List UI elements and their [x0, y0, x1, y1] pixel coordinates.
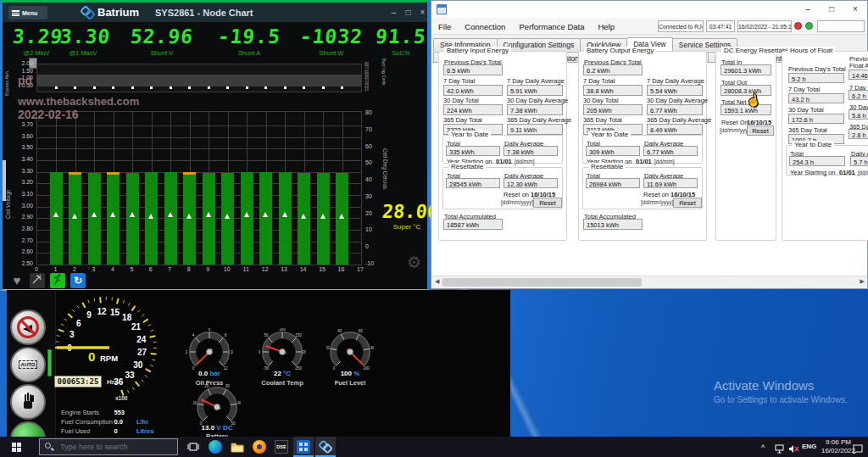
- field-value[interactable]: 5.91 kWh: [507, 85, 563, 96]
- tray-language[interactable]: ENG: [802, 443, 816, 450]
- gridline-h: [37, 172, 361, 173]
- field-value[interactable]: 43.2 h: [788, 93, 844, 103]
- svg-text:6: 6: [76, 319, 81, 328]
- field-value[interactable]: 6.2 h: [849, 90, 868, 100]
- y2-tick-label: -10: [365, 260, 381, 266]
- maximize-button[interactable]: □: [403, 7, 414, 18]
- node-signal-icon[interactable]: [30, 273, 45, 288]
- reset-button[interactable]: Reset: [747, 125, 774, 136]
- field-value[interactable]: 5.7 h: [850, 156, 868, 166]
- field-value[interactable]: 29601.3 kWh: [721, 64, 771, 75]
- dashboard-app-icon[interactable]: [297, 440, 310, 454]
- field-value[interactable]: 309 kWh: [586, 146, 640, 156]
- field-value[interactable]: 254.3 h: [789, 156, 845, 166]
- notification-center-icon[interactable]: [853, 442, 866, 455]
- menu-button[interactable]: Menu: [8, 6, 47, 20]
- edge-icon[interactable]: [209, 440, 222, 454]
- field-value[interactable]: 6.2 kWh: [583, 64, 643, 75]
- field-value[interactable]: 6.77 kWh: [643, 146, 698, 156]
- field-value[interactable]: 5.2 h: [788, 73, 844, 83]
- bypass-dot: [55, 86, 58, 89]
- field-value[interactable]: 335 kWh: [446, 146, 500, 156]
- horizontal-scrollbar[interactable]: ◀ ▶: [432, 276, 867, 287]
- field-value[interactable]: 26984 kWh: [586, 178, 640, 188]
- bypass-cap: [107, 172, 120, 175]
- heart-icon[interactable]: ♥: [9, 273, 25, 288]
- x-tick-label: 12: [260, 266, 270, 272]
- field-value[interactable]: 7.38 kWh: [507, 104, 563, 115]
- run-led-icon[interactable]: [805, 22, 813, 30]
- reset-button[interactable]: Reset: [533, 198, 562, 208]
- bypass-dot: [188, 86, 191, 89]
- field-value[interactable]: 7.38 kWh: [504, 146, 558, 156]
- field-label: 365 Day Daily Average: [647, 116, 711, 124]
- batrium-titlebar[interactable]: Menu Batrium SYS2861 - Node Chart – □ ×: [3, 3, 427, 22]
- y-tick-label: 3.30: [14, 168, 33, 174]
- close-button[interactable]: ×: [417, 7, 428, 18]
- field-value[interactable]: 12.30 kWh: [504, 178, 558, 188]
- cell-voltage-bar: [259, 172, 272, 265]
- menu-item[interactable]: Performance Data: [512, 19, 591, 31]
- firefox-icon[interactable]: [253, 440, 266, 454]
- batrium-taskbar-icon[interactable]: [319, 440, 332, 454]
- dse-minimize-button[interactable]: –: [796, 1, 820, 18]
- menu-item[interactable]: Connection: [458, 19, 512, 31]
- dse-titlebar[interactable]: – □ ×: [431, 1, 867, 18]
- field-value[interactable]: 11.69 kWh: [643, 178, 698, 188]
- sync-icon[interactable]: ↻: [70, 273, 86, 288]
- field-value[interactable]: 172.6 h: [788, 114, 844, 124]
- svg-text:10: 10: [230, 350, 233, 354]
- auto-mode-button[interactable]: AUTO: [10, 347, 46, 382]
- field-value[interactable]: 28545 kWh: [446, 178, 500, 188]
- field-value[interactable]: 6.77 kWh: [647, 104, 703, 115]
- x-tick-label: 15: [317, 266, 327, 272]
- gridline-h: [37, 148, 361, 149]
- menu-item[interactable]: File: [431, 19, 458, 31]
- field-value[interactable]: 224 kWh: [443, 104, 503, 115]
- network-icon[interactable]: [775, 442, 788, 455]
- y-tick-label: 3.50: [14, 144, 33, 150]
- task-view-icon[interactable]: [186, 440, 200, 454]
- svg-text:33: 33: [125, 371, 136, 380]
- stop-hand-button[interactable]: [10, 384, 46, 420]
- field-value[interactable]: 2.8 h: [849, 129, 868, 139]
- field-row: Previous Day's Total 5.2 h: [788, 65, 846, 86]
- search-input[interactable]: [39, 438, 178, 455]
- gear-icon[interactable]: ⚙: [407, 253, 421, 272]
- dse-maximize-button[interactable]: □: [820, 1, 843, 18]
- start-button[interactable]: [12, 443, 21, 452]
- dse-app-taskbar-icon[interactable]: DSE: [275, 440, 288, 454]
- field-value[interactable]: 42.0 kWh: [443, 85, 503, 96]
- svg-text:10: 10: [193, 401, 197, 405]
- cell-voltage-bar: [298, 173, 310, 265]
- scroll-right-icon[interactable]: ▶: [860, 278, 865, 285]
- menu-item[interactable]: Help: [591, 19, 621, 31]
- left-scroll-handle[interactable]: [3, 160, 6, 201]
- field-value[interactable]: 18587 kWh: [443, 219, 503, 230]
- cell-temp-marker: [263, 212, 268, 217]
- scrollbar-thumb[interactable]: [442, 278, 642, 287]
- minimize-button[interactable]: –: [388, 7, 399, 18]
- scroll-left-icon[interactable]: ◀: [435, 278, 439, 285]
- svg-text:150: 150: [295, 333, 302, 337]
- tray-chevron-icon[interactable]: ^: [761, 443, 765, 452]
- field-value[interactable]: 38.8 kWh: [583, 85, 643, 96]
- start-button[interactable]: [10, 421, 46, 437]
- field-value[interactable]: 9.11 kWh: [507, 124, 563, 135]
- field-value[interactable]: 14:46: [849, 70, 868, 80]
- reset-button[interactable]: Reset: [673, 198, 702, 208]
- field-value[interactable]: 5.54 kWh: [647, 85, 703, 96]
- field-value[interactable]: 6.5 kWh: [443, 64, 503, 75]
- horn-mute-button[interactable]: [10, 309, 46, 345]
- stop-led-icon[interactable]: [794, 22, 802, 30]
- dse-close-button[interactable]: ×: [843, 1, 867, 18]
- volume-muted-icon[interactable]: [788, 442, 802, 455]
- bypass-run-icon[interactable]: [50, 273, 65, 288]
- field-value[interactable]: 8.49 kWh: [647, 124, 703, 135]
- field-value[interactable]: 205 kWh: [583, 104, 643, 115]
- file-explorer-icon[interactable]: [231, 440, 244, 454]
- field-row: 7 Day Total 42.0 kWh 7 Day Daily Average…: [443, 77, 564, 94]
- field-value[interactable]: 5.8 h: [849, 109, 868, 120]
- field-value[interactable]: 15013 kWh: [583, 219, 643, 230]
- x-tick-label: 16: [337, 266, 347, 272]
